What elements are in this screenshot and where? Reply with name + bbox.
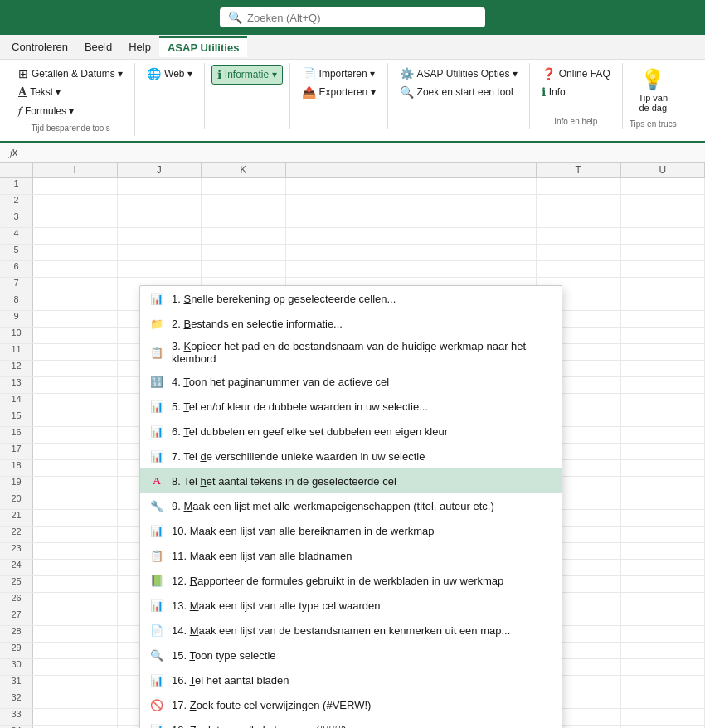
getallen-datums-button[interactable]: ⊞ Controleren Getallen & Datums ▾ [13,65,128,83]
grid-cell[interactable] [621,394,706,410]
info-button[interactable]: ℹ Info [537,83,571,101]
grid-cell[interactable] [33,510,118,526]
grid-cell[interactable] [33,676,118,692]
dropdown-item-9[interactable]: 🔧 9. Maak een lijst met alle werkmapeige… [140,493,562,518]
tekst-button[interactable]: A Tekst ▾ [13,83,66,101]
grid-cell[interactable] [33,527,118,542]
grid-cell[interactable] [286,261,537,277]
grid-cell[interactable] [621,543,706,559]
grid-cell[interactable] [537,211,621,227]
menu-item-asap[interactable]: ASAP Utilities [159,36,247,57]
asap-opties-button[interactable]: ⚙️ ASAP Utilities Opties ▾ [395,65,523,83]
grid-cell[interactable] [621,560,706,575]
grid-cell[interactable] [33,427,118,443]
grid-cell[interactable] [621,692,706,708]
grid-cell[interactable] [621,493,706,509]
grid-cell[interactable] [118,211,202,227]
grid-cell[interactable] [118,245,202,260]
exporteren-button[interactable]: 📤 Exporteren ▾ [297,83,381,101]
grid-cell[interactable] [621,643,706,658]
importeren-button[interactable]: 📄 Importeren ▾ [297,65,380,83]
dropdown-item-14[interactable]: 📄 14. Maak een lijst van de bestandsname… [140,618,562,643]
grid-cell[interactable] [537,178,621,194]
tip-van-dag-button[interactable]: 💡 Tip vande dag [630,65,677,116]
grid-cell[interactable] [33,560,118,575]
grid-cell[interactable] [621,344,706,360]
grid-cell[interactable] [286,211,537,227]
grid-cell[interactable] [33,643,118,658]
dropdown-item-10[interactable]: 📊 10. Maak een lijst van alle bereikname… [140,518,562,543]
grid-cell[interactable] [33,626,118,642]
grid-cell[interactable] [621,460,706,476]
grid-cell[interactable] [621,278,706,294]
grid-cell[interactable] [621,294,706,310]
zoek-tool-button[interactable]: 🔍 Zoek en start een tool [395,83,518,101]
grid-cell[interactable] [621,576,706,592]
dropdown-item-17[interactable]: 🚫 17. Zoek foute cel verwijzingen (#VERW… [140,692,562,717]
grid-cell[interactable] [118,261,202,277]
grid-cell[interactable] [33,311,118,327]
grid-cell[interactable] [621,261,706,277]
dropdown-item-4[interactable]: 🔢 4. Toon het paginanummer van de actiev… [140,369,562,394]
search-input[interactable] [247,12,477,24]
grid-cell[interactable] [33,278,118,294]
grid-cell[interactable] [286,178,537,194]
grid-cell[interactable] [33,394,118,410]
grid-cell[interactable] [33,245,118,260]
grid-cell[interactable] [286,245,537,260]
grid-cell[interactable] [33,692,118,708]
grid-cell[interactable] [33,460,118,476]
informatie-button[interactable]: ℹ Informatie ▾ [212,65,283,85]
grid-cell[interactable] [33,261,118,277]
grid-cell[interactable] [621,427,706,443]
dropdown-item-13[interactable]: 📊 13. Maak een lijst van alle type cel w… [140,593,562,618]
grid-cell[interactable] [286,228,537,244]
dropdown-item-15[interactable]: 🔍 15. Toon type selectie [140,643,562,667]
grid-cell[interactable] [202,178,286,194]
grid-cell[interactable] [621,659,706,675]
grid-cell[interactable] [621,195,706,211]
grid-cell[interactable] [537,195,621,211]
grid-cell[interactable] [33,543,118,559]
grid-cell[interactable] [33,211,118,227]
menu-item-beeld[interactable]: Beeld [76,37,120,56]
grid-cell[interactable] [202,245,286,260]
grid-cell[interactable] [33,228,118,244]
dropdown-item-8[interactable]: A 8. Tel het aantal tekens in de geselec… [140,468,562,493]
grid-cell[interactable] [537,228,621,244]
grid-cell[interactable] [202,211,286,227]
grid-cell[interactable] [118,228,202,244]
grid-cell[interactable] [537,261,621,277]
grid-cell[interactable] [621,228,706,244]
dropdown-item-6[interactable]: 📊 6. Tel dubbelen en geef elke set dubbe… [140,419,562,444]
dropdown-item-3[interactable]: 📋 3. Kopieer het pad en de bestandsnaam … [140,336,562,369]
grid-cell[interactable] [621,676,706,692]
grid-cell[interactable] [621,328,706,343]
dropdown-item-2[interactable]: 📁 2. Bestands en selectie informatie... [140,311,562,336]
grid-cell[interactable] [33,361,118,376]
grid-cell[interactable] [33,294,118,310]
grid-cell[interactable] [621,410,706,426]
dropdown-item-5[interactable]: 📊 5. Tel en/of kleur de dubbele waarden … [140,394,562,419]
dropdown-item-16[interactable]: 📊 16. Tel het aantal bladen [140,667,562,692]
grid-cell[interactable] [33,195,118,211]
grid-cell[interactable] [33,576,118,592]
grid-cell[interactable] [621,178,706,194]
grid-cell[interactable] [621,361,706,376]
grid-cell[interactable] [537,245,621,260]
grid-cell[interactable] [33,410,118,426]
grid-cell[interactable] [621,444,706,459]
grid-cell[interactable] [621,510,706,526]
grid-cell[interactable] [33,659,118,675]
dropdown-item-18[interactable]: 📊 18. Zoek te smalle kolommen (####) [140,717,562,728]
online-faq-button[interactable]: ❓ Online FAQ [537,65,615,83]
grid-cell[interactable] [33,709,118,725]
grid-cell[interactable] [286,195,537,211]
grid-cell[interactable] [33,593,118,609]
menu-item-controleren[interactable]: Controleren [3,37,76,56]
web-button[interactable]: 🌐 Web ▾ [142,65,197,83]
grid-cell[interactable] [202,228,286,244]
grid-cell[interactable] [33,377,118,393]
grid-cell[interactable] [621,377,706,393]
grid-cell[interactable] [118,178,202,194]
